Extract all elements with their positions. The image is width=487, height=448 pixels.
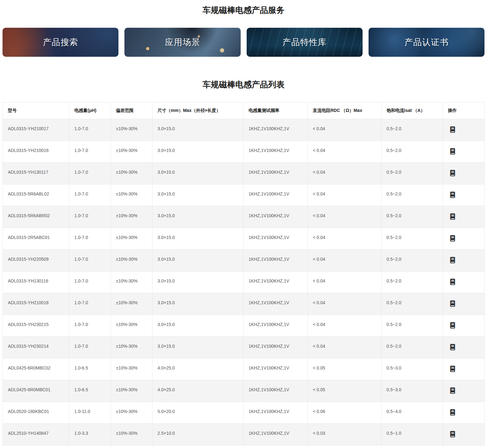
cell-isat: 0.5~2.0 [381, 228, 443, 250]
cell-isat: 0.5~3.0 [381, 358, 443, 380]
cell-model: ADL0315-5R6ABR02 [3, 206, 69, 228]
cell-action [443, 163, 485, 184]
cell-frequency: 1KHZ,1V100KHZ,1V [243, 271, 308, 293]
view-document-button[interactable] [450, 126, 455, 133]
view-document-button[interactable] [450, 409, 455, 416]
cell-inductance: 1.0-7.0 [69, 228, 111, 250]
banner-product-search[interactable]: 产品搜索 [3, 28, 118, 57]
cell-frequency: 1KHZ,1V100KHZ,1V [243, 337, 308, 358]
cell-rdc: < 0.05 [308, 380, 381, 402]
cell-model: ADL0315-2R5ABC01 [3, 228, 69, 250]
column-header: 型号 [3, 102, 69, 119]
view-document-button[interactable] [450, 300, 455, 307]
banner-label: 产品特性库 [283, 37, 327, 48]
cell-action [443, 206, 485, 228]
cell-inductance: 1.0-7.0 [69, 250, 111, 271]
cell-rdc: < 0.04 [308, 315, 381, 337]
cell-isat: 0.5~2.0 [381, 250, 443, 271]
view-document-button[interactable] [450, 170, 455, 177]
document-icon [450, 431, 455, 438]
table-row: ADL0315-YH1301171.0-7.0±10%-30%3.0×15.01… [3, 163, 485, 184]
view-document-button[interactable] [450, 387, 455, 394]
document-icon [450, 148, 455, 155]
cell-tolerance: ±10%-30% [111, 315, 152, 337]
cell-action [443, 293, 485, 315]
document-icon [450, 257, 455, 264]
cell-rdc: < 0.04 [308, 141, 381, 163]
banner-row: 产品搜索 应用场景 产品特性库 产品认证书 [0, 28, 487, 57]
view-document-button[interactable] [450, 431, 455, 438]
table-row: ADL0425-6R0MBC011.0-6.5±10%-30%4.0×25.01… [3, 380, 485, 402]
cell-rdc: < 0.04 [308, 119, 381, 141]
cell-tolerance: ±10%-30% [111, 424, 152, 445]
table-row: ADL0315-YH2205091.0-7.0±10%-30%3.0×15.01… [3, 250, 485, 271]
cell-action [443, 402, 485, 424]
cell-model: ADL0315-YH210018 [3, 141, 69, 163]
document-icon [450, 126, 455, 133]
cell-isat: 0.5~2.0 [381, 293, 443, 315]
cell-tolerance: ±10%-30% [111, 141, 152, 163]
cell-model: ADL0315-YH210017 [3, 119, 69, 141]
document-icon [450, 300, 455, 307]
cell-size: 4.0×25.0 [152, 358, 243, 380]
view-document-button[interactable] [450, 322, 455, 329]
cell-model: ADL0315-YH130117 [3, 163, 69, 184]
banner-product-certificates[interactable]: 产品认证书 [369, 28, 484, 57]
document-icon [450, 191, 455, 198]
column-header: 偏差范围 [111, 102, 152, 119]
cell-size: 5.0×20.0 [152, 402, 243, 424]
view-document-button[interactable] [450, 344, 455, 351]
table-row: ADL0315-YH2302151.0-7.0±10%-30%3.0×15.01… [3, 315, 485, 337]
column-header: 饱和电流Isat （A） [381, 102, 443, 119]
column-header: 直流电阻RDC （Ω）Max [308, 102, 381, 119]
cell-model: ADL0315-5R6ABL02 [3, 184, 69, 206]
cell-rdc: < 0.04 [308, 163, 381, 184]
cell-rdc: < 0.04 [308, 206, 381, 228]
banner-label: 产品认证书 [404, 37, 449, 48]
product-list-title: 车规磁棒电感产品列表 [0, 79, 487, 90]
banner-product-feature-library[interactable]: 产品特性库 [247, 28, 363, 57]
banner-label: 应用场景 [165, 37, 200, 48]
cell-tolerance: ±10%-30% [111, 271, 152, 293]
table-row: ADL0315-5R6ABR021.0-7.0±10%-30%3.0×15.01… [3, 206, 485, 228]
table-row: ADL0315-2R5ABC011.0-7.0±10%-30%3.0×15.01… [3, 228, 485, 250]
view-document-button[interactable] [450, 235, 455, 242]
banner-application-scenarios[interactable]: 应用场景 [124, 28, 240, 57]
cell-inductance: 1.0-7.0 [69, 119, 111, 141]
cell-frequency: 1KHZ,1V100KHZ,1V [243, 141, 308, 163]
table-row: ADL0315-YH2100171.0-7.0±10%-30%3.0×15.01… [3, 119, 485, 141]
document-icon [450, 170, 455, 177]
cell-tolerance: ±10%-30% [111, 184, 152, 206]
view-document-button[interactable] [450, 191, 455, 198]
cell-frequency: 1KHZ,1V100KHZ,1V [243, 424, 308, 445]
cell-action [443, 119, 485, 141]
view-document-button[interactable] [450, 278, 455, 285]
cell-inductance: 1.0-7.0 [69, 315, 111, 337]
cell-isat: 0.5~2.0 [381, 206, 443, 228]
cell-rdc: < 0.04 [308, 293, 381, 315]
view-document-button[interactable] [450, 213, 455, 220]
column-header: 尺寸（mm）Max（外径×长度） [152, 102, 243, 119]
product-table: 型号电感量(μH)偏差范围尺寸（mm）Max（外径×长度）电感量测试频率直流电阻… [3, 102, 485, 445]
cell-size: 3.0×15.0 [152, 184, 243, 206]
cell-inductance: 1.0-7.0 [69, 206, 111, 228]
cell-frequency: 1KHZ,1V100KHZ,1V [243, 315, 308, 337]
cell-size: 4.0×25.0 [152, 380, 243, 402]
view-document-button[interactable] [450, 365, 455, 372]
cell-inductance: 1.0-6.5 [69, 380, 111, 402]
cell-frequency: 1KHZ,1V100KHZ,1V [243, 184, 308, 206]
document-icon [450, 235, 455, 242]
cell-model: ADL0315-YH230215 [3, 315, 69, 337]
cell-rdc: < 0.03 [308, 424, 381, 445]
document-icon [450, 387, 455, 394]
cell-isat: 0.5~2.0 [381, 163, 443, 184]
document-icon [450, 344, 455, 351]
cell-isat: 0.5~2.0 [381, 337, 443, 358]
cell-frequency: 1KHZ,1V100KHZ,1V [243, 402, 308, 424]
view-document-button[interactable] [450, 148, 455, 155]
cell-tolerance: ±10%-30% [111, 358, 152, 380]
cell-size: 3.0×15.0 [152, 206, 243, 228]
cell-model: ADL0315-YH220509 [3, 250, 69, 271]
view-document-button[interactable] [450, 257, 455, 264]
cell-frequency: 1KHZ,1V100KHZ,1V [243, 206, 308, 228]
